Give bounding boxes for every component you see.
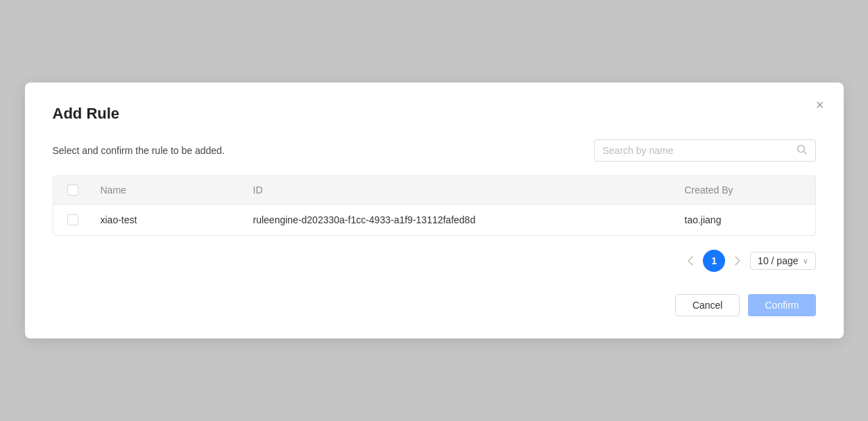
row-name: xiao-test — [92, 214, 245, 225]
header-checkbox[interactable] — [67, 184, 78, 196]
add-rule-modal: × Add Rule Select and confirm the rule t… — [25, 83, 844, 338]
modal-header-row: Select and confirm the rule to be added. — [53, 139, 816, 162]
search-input[interactable] — [603, 145, 794, 156]
search-box — [594, 139, 816, 162]
prev-page-button[interactable] — [683, 253, 697, 268]
cancel-button[interactable]: Cancel — [675, 294, 740, 316]
pagination: 1 10 / page ∨ — [53, 250, 816, 272]
row-checkbox-cell — [53, 214, 92, 225]
header-created-by: Created By — [676, 184, 815, 196]
row-id: ruleengine-d202330a-f1cc-4933-a1f9-13112… — [245, 214, 676, 225]
row-checkbox[interactable] — [67, 214, 78, 225]
row-created-by: tao.jiang — [676, 214, 815, 225]
svg-line-1 — [803, 152, 806, 155]
modal-subtitle: Select and confirm the rule to be added. — [53, 145, 225, 156]
table-row: xiao-test ruleengine-d202330a-f1cc-4933-… — [53, 205, 815, 235]
header-name: Name — [92, 184, 245, 196]
modal-title: Add Rule — [53, 105, 816, 123]
confirm-button[interactable]: Confirm — [748, 294, 815, 316]
table-header: Name ID Created By — [53, 176, 815, 205]
current-page-indicator[interactable]: 1 — [703, 250, 725, 272]
modal-overlay: × Add Rule Select and confirm the rule t… — [0, 0, 868, 421]
header-id: ID — [245, 184, 676, 196]
chevron-down-icon: ∨ — [803, 257, 808, 266]
page-size-selector[interactable]: 10 / page ∨ — [750, 252, 815, 270]
page-size-label: 10 / page — [758, 255, 798, 266]
modal-footer: Cancel Confirm — [53, 294, 816, 316]
table-wrapper: Name ID Created By xiao-test ruleengine-… — [53, 175, 816, 236]
header-checkbox-cell — [53, 184, 92, 196]
close-button[interactable]: × — [813, 95, 827, 114]
next-page-button[interactable] — [731, 253, 744, 268]
search-icon — [797, 144, 807, 157]
